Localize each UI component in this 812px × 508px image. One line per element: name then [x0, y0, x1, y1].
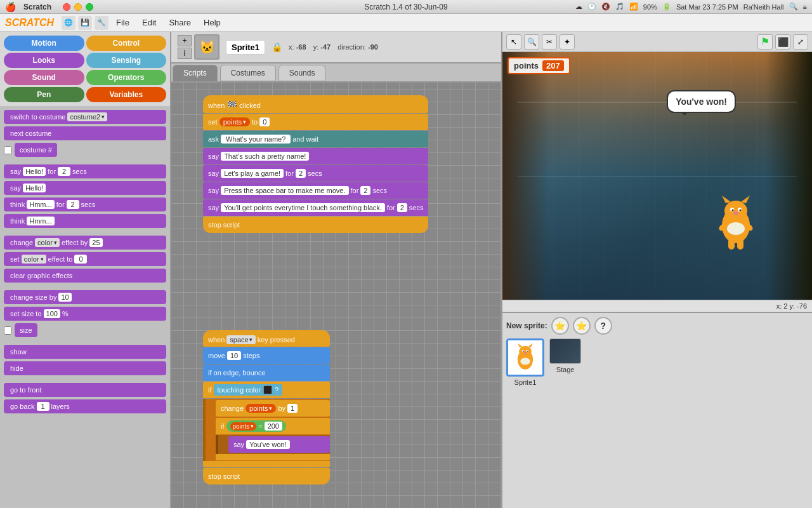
- apple-menu[interactable]: 🍎: [5, 2, 16, 12]
- block-move-steps[interactable]: move 10 steps: [203, 347, 330, 364]
- cat-operators-btn[interactable]: Operators: [86, 70, 167, 85]
- stop-btn[interactable]: ⬛: [775, 34, 790, 50]
- svg-point-9: [727, 222, 745, 235]
- svg-point-21: [527, 351, 528, 352]
- cat-looks-btn[interactable]: Looks: [4, 53, 84, 68]
- block-next-costume[interactable]: next costume: [4, 126, 166, 140]
- touching-color-condition[interactable]: touching color ?: [214, 384, 283, 396]
- points-var-1[interactable]: points: [219, 117, 250, 126]
- globe-icon[interactable]: 🌐: [62, 16, 75, 30]
- set-color-dropdown[interactable]: color: [22, 255, 46, 264]
- share-menu[interactable]: Share: [164, 16, 196, 29]
- costume-num-checkbox[interactable]: [4, 146, 12, 154]
- sprite-thumb-stage[interactable]: Stage: [549, 338, 581, 386]
- cat-motion-btn[interactable]: Motion: [4, 36, 84, 51]
- block-think[interactable]: think Hmm...: [4, 214, 166, 228]
- script-canvas[interactable]: when 🏁 clicked set points to 0 ask What'…: [171, 83, 501, 508]
- block-if-nested: if points = 200 say: [216, 418, 330, 461]
- block-say-hello[interactable]: say Hello!: [4, 181, 166, 195]
- scissors-tool[interactable]: ✂: [542, 34, 557, 50]
- block-show[interactable]: show: [4, 345, 166, 359]
- stage-controls: ⚑ ⬛ ⤢: [757, 34, 808, 50]
- svg-point-6: [732, 210, 734, 211]
- size-checkbox[interactable]: [4, 326, 12, 335]
- block-costume-num[interactable]: costume #: [4, 143, 166, 157]
- new-sprite-paint-btn[interactable]: ⭐: [573, 317, 591, 335]
- stage-label: Stage: [556, 366, 575, 373]
- tab-sounds[interactable]: Sounds: [278, 65, 326, 81]
- pointer-tool[interactable]: ↖: [506, 34, 521, 50]
- block-say-won[interactable]: say You've won!: [228, 436, 330, 453]
- block-when-flag-clicked[interactable]: when 🏁 clicked: [203, 95, 428, 113]
- tab-costumes[interactable]: Costumes: [220, 65, 276, 81]
- nested-if-body: say You've won!: [216, 435, 330, 454]
- main-layout: Motion Control Looks Sensing Sound Opera…: [0, 32, 812, 508]
- svg-point-20: [523, 351, 524, 352]
- save-icon[interactable]: 💾: [78, 16, 92, 30]
- block-stop-script-1[interactable]: stop script: [203, 217, 428, 233]
- cat-pen-btn[interactable]: Pen: [4, 87, 84, 102]
- svg-point-1: [724, 201, 747, 221]
- green-flag-btn[interactable]: ⚑: [757, 34, 773, 50]
- cat-sensing-btn[interactable]: Sensing: [86, 53, 167, 68]
- sprite-coords: x: -68 y: -47 direction: -90: [289, 43, 378, 51]
- edit-menu[interactable]: Edit: [137, 16, 161, 29]
- sprite-name[interactable]: Sprite1: [226, 40, 265, 55]
- stamp-tool[interactable]: 🔍: [524, 34, 539, 50]
- new-sprite-star-btn[interactable]: ⭐: [551, 317, 569, 335]
- points-var-2[interactable]: points: [246, 404, 276, 413]
- block-say-points[interactable]: say You'll get points everytime I touch …: [203, 199, 428, 216]
- block-set-points[interactable]: set points to 0: [203, 114, 428, 130]
- block-size[interactable]: size: [4, 323, 166, 337]
- block-say-play-game[interactable]: say Let's play a game! for 2 secs: [203, 165, 428, 182]
- tab-scripts[interactable]: Scripts: [173, 65, 218, 81]
- sprite-expand-btn[interactable]: +: [178, 35, 192, 46]
- costume-dropdown[interactable]: costume2: [67, 112, 107, 121]
- block-ask[interactable]: ask What's your name? and wait: [203, 131, 428, 147]
- svg-point-23: [520, 358, 530, 364]
- color-effect-dropdown[interactable]: color: [35, 238, 60, 247]
- block-switch-costume[interactable]: switch to costume costume2: [4, 110, 166, 124]
- block-clear-effects[interactable]: clear graphic effects: [4, 269, 166, 283]
- block-go-back[interactable]: go back 1 layers: [4, 399, 166, 413]
- block-hide[interactable]: hide: [4, 361, 166, 375]
- block-if-nested-top[interactable]: if points = 200: [216, 418, 330, 434]
- block-say-hello-secs[interactable]: say Hello! for 2 secs: [4, 164, 166, 178]
- block-think-secs[interactable]: think Hmm... for 2 secs: [4, 197, 166, 211]
- cat-sound-btn[interactable]: Sound: [4, 70, 84, 85]
- close-button[interactable]: [63, 3, 70, 11]
- block-change-color-effect[interactable]: change color effect by 25: [4, 236, 166, 250]
- points-label: points: [514, 61, 539, 70]
- block-stop-script-2[interactable]: stop script: [203, 468, 330, 485]
- grow-tool[interactable]: ✦: [560, 34, 575, 50]
- block-change-points[interactable]: change points by 1: [216, 400, 330, 417]
- block-say-space-bar[interactable]: say Press the space bar to make me move.…: [203, 182, 428, 199]
- sprite1-image: [506, 338, 544, 377]
- help-menu[interactable]: Help: [199, 16, 226, 29]
- svg-point-8: [733, 211, 738, 215]
- file-menu[interactable]: File: [111, 16, 134, 29]
- block-when-space-pressed[interactable]: when space key pressed: [203, 330, 330, 347]
- cat-control-btn[interactable]: Control: [86, 36, 167, 51]
- points-equals-200[interactable]: points = 200: [226, 420, 286, 432]
- maximize-button[interactable]: [86, 3, 93, 11]
- sprite1-svg: [509, 340, 541, 375]
- category-buttons: Motion Control Looks Sensing Sound Opera…: [0, 32, 170, 106]
- sprite-thumb-sprite1[interactable]: Sprite1: [506, 338, 544, 386]
- space-key-dropdown[interactable]: space: [226, 335, 255, 344]
- block-set-color-effect[interactable]: set color effect to 0: [4, 252, 166, 266]
- sprite-info-btn[interactable]: i: [178, 48, 192, 59]
- color-swatch[interactable]: [263, 385, 272, 394]
- block-go-to-front[interactable]: go to front: [4, 383, 166, 397]
- tool-icon[interactable]: 🔧: [95, 16, 108, 30]
- block-say-pretty-name[interactable]: say That's such a pretty name!: [203, 148, 428, 164]
- new-sprite-random-btn[interactable]: ?: [594, 317, 612, 335]
- fullscreen-btn[interactable]: ⤢: [793, 34, 808, 50]
- block-if-top[interactable]: if touching color ?: [203, 382, 330, 398]
- stage-toolbar: ↖ 🔍 ✂ ✦ ⚑ ⬛ ⤢: [502, 32, 812, 52]
- minimize-button[interactable]: [74, 3, 82, 11]
- block-bounce[interactable]: if on edge, bounce: [203, 364, 330, 381]
- block-set-size[interactable]: set size to 100 %: [4, 307, 166, 321]
- cat-variables-btn[interactable]: Variables: [86, 87, 167, 102]
- block-change-size[interactable]: change size by 10: [4, 290, 166, 304]
